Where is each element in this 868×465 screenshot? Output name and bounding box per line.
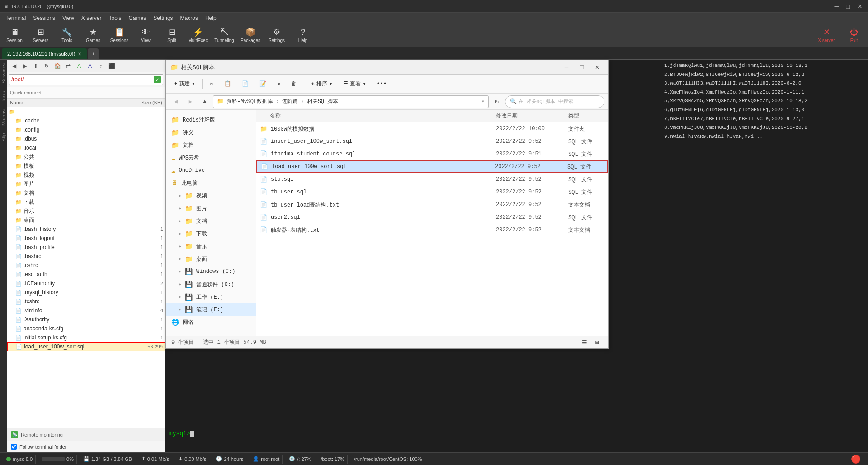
fe-nav-item[interactable]: ▶📁文档 (166, 215, 256, 227)
tree-item[interactable]: 📄 .mysql_history 1 (7, 288, 165, 297)
fe-nav-item[interactable]: 📁文档 (166, 139, 256, 151)
fe-nav-item[interactable]: 🌐网络 (166, 316, 256, 329)
menu-xserver[interactable]: X server (78, 13, 105, 23)
quick-connect[interactable]: Quick connect... (7, 87, 165, 99)
fe-minimize-button[interactable]: ─ (560, 61, 573, 74)
fe-col-date[interactable]: 修改日期 (496, 112, 568, 120)
tree-item[interactable]: 📄 initial-setup-ks.cfg 1 (7, 333, 165, 342)
fe-nav-item[interactable]: ▶💾笔记 (F:) (166, 303, 256, 316)
tree-item[interactable]: 📄 .ICEauthority 2 (7, 279, 165, 288)
new-tab-button[interactable]: + (88, 48, 99, 59)
tree-item[interactable]: 📄 .cshrc 1 (7, 261, 165, 270)
fe-list-row[interactable]: 📄 user2.sql 2022/2/22 9:52 SQL 文件 (256, 211, 608, 224)
tree-item[interactable]: 📁 文档 (7, 188, 165, 197)
tree-item[interactable]: 📁 图片 (7, 179, 165, 188)
fe-paste-button[interactable]: 📄 (237, 77, 253, 91)
fe-nav-item[interactable]: ▶📁桌面 (166, 253, 256, 265)
fe-more-button[interactable]: ••• (373, 77, 392, 91)
fe-nav-item[interactable]: ▶📁图片 (166, 202, 256, 215)
fe-list-row[interactable]: 📄 insert_user_100w_sort.sql 2022/2/22 9:… (256, 135, 608, 148)
ft-forward-button[interactable]: ▶ (20, 61, 30, 71)
ft-refresh-button[interactable]: ↻ (42, 61, 52, 71)
tree-item[interactable]: 📄 .Xauthority 1 (7, 315, 165, 324)
fe-up-button[interactable]: ▲ (198, 95, 211, 108)
tree-item[interactable]: 📄 anaconda-ks.cfg 1 (7, 324, 165, 333)
fe-rename-button[interactable]: 📝 (255, 77, 271, 91)
fe-nav-item[interactable]: 📁讲义 (166, 126, 256, 139)
tree-item[interactable]: 📁 音乐 (7, 207, 165, 216)
multiexec-button[interactable]: ⚡ MultiExec (186, 25, 210, 46)
minimize-button[interactable]: ─ (833, 3, 841, 10)
fe-nav-item[interactable]: 📁Redis注释版 (166, 113, 256, 126)
path-input[interactable]: /root/ (11, 76, 154, 83)
fe-nav-item[interactable]: ▶💾普通软件 (D:) (166, 278, 256, 291)
menu-macros[interactable]: Macros (177, 13, 202, 23)
tree-item[interactable]: 📁 视频 (7, 170, 165, 179)
tree-item[interactable]: 📄 .bash_history 1 (7, 225, 165, 234)
fe-list-view-button[interactable]: ☰ (579, 338, 590, 348)
sessions-button[interactable]: 📋 Sessions (108, 25, 131, 46)
tab-main[interactable]: 2. 192.168.10.201 ({mysql8.0}) ✕ (2, 48, 87, 59)
close-button[interactable]: ✕ (855, 3, 864, 10)
fe-bc-dropdown[interactable]: ▾ (481, 98, 485, 105)
games-button[interactable]: ★ Games (81, 25, 105, 46)
fe-nav-item[interactable]: ▶💾工作 (E:) (166, 291, 256, 303)
fe-nav-item[interactable]: ☁OneDrive (166, 164, 256, 177)
path-confirm-button[interactable]: ✓ (154, 76, 161, 83)
help-button[interactable]: ? Help (291, 25, 315, 46)
tunneling-button[interactable]: ⛏ Tunneling (212, 25, 236, 46)
fe-view-button[interactable]: ☰ 查看 ▾ (339, 77, 370, 91)
ft-bookmark-button[interactable]: ↕ (96, 61, 106, 71)
menu-settings[interactable]: Settings (150, 13, 176, 23)
fe-search-box[interactable]: 🔍 在 相关SQL脚本 中搜索 (505, 95, 604, 108)
menu-sessions[interactable]: Sessions (29, 13, 59, 23)
fe-nav-item[interactable]: 🖥此电脑 (166, 177, 256, 189)
exit-button[interactable]: ⏻ Exit (843, 25, 865, 46)
macros-side-label[interactable]: Macros (0, 106, 7, 129)
ft-sync-button[interactable]: ⇄ (63, 61, 73, 71)
fe-nav-item[interactable]: ☁WPS云盘 (166, 151, 256, 164)
packages-button[interactable]: 📦 Packages (239, 25, 262, 46)
fe-nav-item[interactable]: ▶💾Windows (C:) (166, 265, 256, 278)
fe-new-button[interactable]: + 新建 ▾ (170, 77, 199, 91)
ft-delete-button[interactable]: ⬛ (107, 61, 117, 71)
tree-item[interactable]: 📄 .viminfo 4 (7, 306, 165, 315)
tree-item[interactable]: 📄 .esd_auth 1 (7, 270, 165, 279)
view-button[interactable]: 👁 View (134, 25, 157, 46)
fe-delete-button[interactable]: 🗑 (287, 77, 301, 91)
sessions-side-label[interactable]: Sessions (0, 60, 7, 87)
fe-col-type[interactable]: 类型 (568, 112, 604, 120)
tree-item[interactable]: 📁 .. (7, 107, 165, 116)
fe-refresh-button[interactable]: ↻ (491, 95, 503, 108)
fe-cut-button[interactable]: ✂ (205, 77, 217, 91)
ft-upload-button[interactable]: ⬆ (31, 61, 41, 71)
fe-close-button[interactable]: ✕ (591, 61, 604, 74)
tree-item[interactable]: 📁 下载 (7, 197, 165, 207)
menu-view[interactable]: View (59, 13, 78, 23)
servers-button[interactable]: ⊞ Servers (29, 25, 52, 46)
tree-item[interactable]: 📄 load_user_100w_sort.sql 56 299 (7, 342, 165, 351)
menu-terminal[interactable]: Terminal (2, 13, 29, 23)
settings-button[interactable]: ⚙ Settings (265, 25, 288, 46)
fe-breadcrumb[interactable]: 📁 资料-MySQL数据库 › 进阶篇 › 相关SQL脚本 ▾ (213, 95, 489, 108)
sb-mobatek-icon[interactable]: 🔴 (851, 454, 861, 464)
tree-item[interactable]: 📄 .bash_logout 1 (7, 234, 165, 243)
tab-close-button[interactable]: ✕ (78, 52, 81, 56)
fe-grid-view-button[interactable]: ⊞ (592, 338, 603, 348)
split-button[interactable]: ⊟ Split (160, 25, 184, 46)
fe-list-row[interactable]: 📄 触发器-表结构.txt 2022/2/22 9:52 文本文档 (256, 224, 608, 236)
fe-col-name[interactable]: 名称 (270, 112, 496, 120)
ft-back-button[interactable]: ◀ (9, 61, 19, 71)
tree-item[interactable]: 📁 桌面 (7, 216, 165, 225)
fe-copy-button[interactable]: 📋 (220, 77, 236, 91)
tree-item[interactable]: 📄 .tcshrc 1 (7, 297, 165, 306)
follow-terminal-checkbox[interactable] (11, 444, 17, 450)
fe-list-row[interactable]: 📄 tb_user.sql 2022/2/22 9:52 SQL 文件 (256, 186, 608, 198)
fe-list-row[interactable]: 📄 stu.sql 2022/2/22 9:52 SQL 文件 (256, 173, 608, 186)
fe-back-button[interactable]: ◀ (170, 95, 182, 108)
fe-share-button[interactable]: ↗ (273, 77, 285, 91)
fe-nav-item[interactable]: ▶📁音乐 (166, 240, 256, 253)
maximize-button[interactable]: □ (844, 3, 852, 10)
tools-side-label[interactable]: Tools (0, 87, 7, 106)
tree-item[interactable]: 📁 .local (7, 143, 165, 152)
